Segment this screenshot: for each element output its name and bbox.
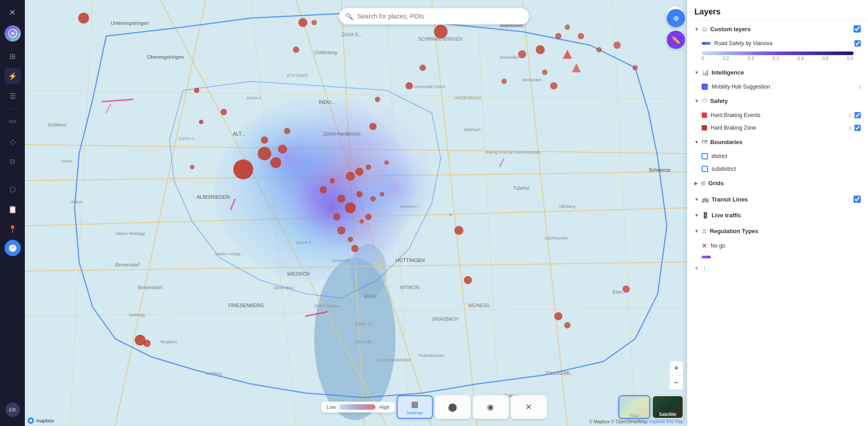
view-network[interactable]: ✕ xyxy=(510,395,547,419)
info-icon-braking[interactable]: ℹ xyxy=(849,112,851,118)
map-type-plan[interactable]: Plan xyxy=(618,395,650,419)
svg-point-79 xyxy=(78,13,89,23)
svg-text:Birmensdorf: Birmensdorf xyxy=(115,262,140,267)
svg-point-134 xyxy=(143,340,151,347)
zoom-out-icon: − xyxy=(674,378,679,388)
svg-point-86 xyxy=(258,147,271,160)
svg-point-111 xyxy=(375,97,380,102)
custom-layers-checkbox[interactable] xyxy=(854,25,861,33)
hard-braking-zone-checkbox[interactable] xyxy=(854,125,861,131)
sidebar-item-hub[interactable]: ⬡ xyxy=(5,181,21,197)
clock-button[interactable]: 🕐 xyxy=(5,240,21,256)
section-transit-lines: ▼ 🚌 Transit Lines xyxy=(687,191,868,207)
app-logo[interactable] xyxy=(5,25,21,42)
map-background: Unterengstringen Oberengstringen Schlier… xyxy=(25,0,687,426)
section-safety-header[interactable]: ▼ 🛡 Safety xyxy=(687,93,868,109)
code-icon: </> xyxy=(9,118,16,125)
close-icon: ✕ xyxy=(9,8,16,18)
svg-point-114 xyxy=(434,25,448,38)
section-intelligence-header[interactable]: ▼ 📊 Intelligence xyxy=(687,65,868,80)
sidebar-item-activity[interactable]: ⚡ xyxy=(5,68,21,84)
book-icon: 📋 xyxy=(8,205,17,214)
svg-point-113 xyxy=(420,65,426,71)
info-icon-zone[interactable]: ℹ xyxy=(849,125,851,131)
logo-icon xyxy=(8,28,18,38)
sidebar-item-location[interactable]: 📍 xyxy=(5,221,21,237)
search-input[interactable] xyxy=(339,8,529,24)
svg-point-125 xyxy=(565,24,570,30)
svg-point-127 xyxy=(596,47,602,52)
svg-point-81 xyxy=(221,109,227,115)
svg-text:ALBISRIEDEN: ALBISRIEDEN xyxy=(197,194,230,200)
chevron-down-icon: ▼ xyxy=(694,229,699,234)
section-regulation-types-header[interactable]: ▼ ⚖ Regulation Types xyxy=(687,223,868,239)
road-safety-checkbox[interactable] xyxy=(854,40,861,47)
clusters-icon: ⬤ xyxy=(448,402,457,412)
add-layer-row[interactable]: + ℹ xyxy=(687,262,868,275)
svg-point-84 xyxy=(233,159,253,179)
section-grids-header[interactable]: ▶ ⊞ Grids xyxy=(687,175,868,191)
svg-point-100 xyxy=(337,226,345,234)
section-live-traffic-header[interactable]: ▼ 🚦 Live traffic xyxy=(687,207,868,223)
edit-button[interactable]: ✏️ xyxy=(667,31,685,49)
section-custom-layers-header[interactable]: ▼ 🗂 Custom layers xyxy=(687,21,868,37)
sidebar-item-layers[interactable]: ☰ xyxy=(5,88,21,104)
info-icon-mobility[interactable]: ℹ xyxy=(859,84,861,90)
section-boundaries-header[interactable]: ▼ 🗺 Boundaries xyxy=(687,134,868,150)
view-bubbles[interactable]: ◉ xyxy=(472,395,509,419)
left-sidebar: ✕ ⊞ ⚡ ☰ </> ◇ ⊙ ⬡ 📋 📍 🕐 EB xyxy=(0,0,25,426)
heatmap-legend: Low High xyxy=(321,402,395,412)
road-safety-dot xyxy=(702,42,711,45)
map-area[interactable]: Unterengstringen Oberengstringen Schlier… xyxy=(25,0,687,426)
layers-panel: Layers ▼ 🗂 Custom layers Road Safety by … xyxy=(687,0,868,426)
svg-text:Zürich-Hardbrücke: Zürich-Hardbrücke xyxy=(323,131,361,136)
sidebar-item-code[interactable]: </> xyxy=(5,113,21,130)
transit-icon: 🚌 xyxy=(702,196,709,203)
layer-no-go: ✕ No go xyxy=(687,239,868,253)
mapbox-logo-icon xyxy=(27,417,34,424)
close-button[interactable]: ✕ xyxy=(5,5,21,21)
svg-point-104 xyxy=(365,214,372,220)
location-icon: 📍 xyxy=(8,225,17,234)
heatmap-label: heatmap xyxy=(407,411,423,415)
svg-point-101 xyxy=(348,237,353,242)
hard-braking-zone-dot xyxy=(702,125,707,131)
hard-braking-events-checkbox[interactable] xyxy=(854,112,861,118)
svg-text:Uitikon Waldegg: Uitikon Waldegg xyxy=(115,231,145,236)
bubbles-icon: ◉ xyxy=(487,402,494,412)
view-heatmap[interactable]: ▦ heatmap xyxy=(396,395,433,419)
zoom-in-button[interactable]: + xyxy=(669,361,684,375)
svg-text:Station Letzigr...: Station Letzigr... xyxy=(215,252,244,256)
regulation-bar-dot xyxy=(702,256,711,258)
view-clusters[interactable]: ⬤ xyxy=(434,395,471,419)
add-layer-button[interactable]: ⊕ xyxy=(667,9,685,27)
clock-icon: 🕐 xyxy=(8,244,17,253)
section-transit-lines-header[interactable]: ▼ 🚌 Transit Lines xyxy=(687,191,868,207)
sidebar-item-book[interactable]: 📋 xyxy=(5,201,21,217)
svg-text:Waldegg: Waldegg xyxy=(129,313,145,317)
mobility-hub-dot xyxy=(702,84,708,90)
map-type-satellite[interactable]: Satellite xyxy=(652,395,684,419)
zoom-out-button[interactable]: − xyxy=(669,375,684,390)
avatar[interactable]: EB xyxy=(5,403,20,417)
transit-lines-checkbox[interactable] xyxy=(854,196,861,203)
sidebar-item-diamond[interactable]: ◇ xyxy=(5,133,21,150)
section-regulation-types: ▼ ⚖ Regulation Types ✕ No go xyxy=(687,223,868,262)
layer-mobility-hub: Mobility Hub Suggestion ℹ xyxy=(687,80,868,93)
boundaries-icon: 🗺 xyxy=(702,139,708,145)
chevron-down-icon: ▼ xyxy=(694,70,699,75)
svg-point-102 xyxy=(351,245,359,252)
sidebar-item-users[interactable]: ⊙ xyxy=(5,153,21,169)
svg-point-105 xyxy=(370,196,376,201)
home-icon: ⊞ xyxy=(9,52,15,61)
heatmap-icon: ▦ xyxy=(411,399,419,409)
svg-text:Zürich A.: Zürich A. xyxy=(246,96,263,100)
road-safety-gradient xyxy=(702,51,854,55)
search-bar: 🔍 xyxy=(339,8,529,24)
sidebar-item-home[interactable]: ⊞ xyxy=(5,48,21,64)
improve-map-link[interactable]: Improve this map xyxy=(649,419,684,424)
chevron-down-icon: ▼ xyxy=(694,27,699,32)
layer-road-safety: Road Safety by Vianova xyxy=(687,37,868,50)
svg-point-131 xyxy=(564,322,571,328)
traffic-icon: 🚦 xyxy=(702,212,709,219)
